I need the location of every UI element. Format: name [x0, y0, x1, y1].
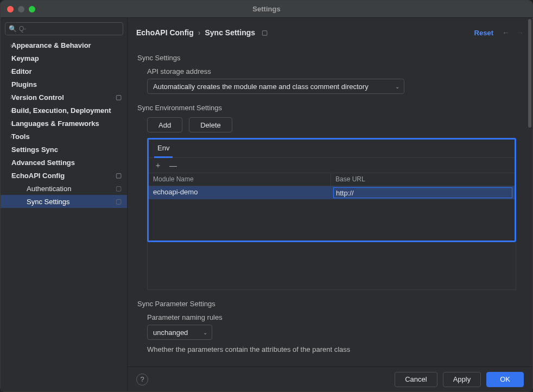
search-input[interactable]: 🔍 Q- [5, 22, 123, 35]
select-value: Automatically creates the module name an… [153, 83, 369, 91]
nav-appearance[interactable]: ›Appearance & Behavior [1, 39, 127, 52]
cell-module-name[interactable]: echoapi-demo [149, 186, 331, 199]
nav-label: Authentication [27, 185, 71, 193]
label-parent-class: Whether the parameters contain the attri… [147, 345, 523, 353]
base-url-input[interactable]: http:// [333, 187, 512, 198]
close-window-button[interactable] [7, 6, 14, 12]
breadcrumb-separator: › [198, 28, 201, 37]
nav-build[interactable]: ›Build, Execution, Deployment [1, 104, 127, 117]
help-button[interactable]: ? [136, 374, 148, 385]
nav-editor[interactable]: ›Editor [1, 65, 127, 78]
nav-label: Plugins [11, 80, 37, 88]
col-module-name: Module Name [149, 173, 331, 186]
traffic-lights [7, 6, 35, 12]
nav-label: Version Control [11, 93, 64, 102]
footer: ? Cancel Apply OK [128, 366, 532, 391]
nav-advanced[interactable]: Advanced Settings [1, 156, 127, 169]
minus-icon[interactable]: — [169, 161, 177, 170]
env-extra-panel [147, 242, 516, 290]
search-placeholder: Q- [19, 25, 26, 33]
chevron-right-icon: › [10, 108, 12, 113]
search-wrap: 🔍 Q- [1, 18, 127, 39]
env-table-row[interactable]: echoapi-demo http:// [149, 186, 515, 199]
add-button[interactable]: Add [147, 117, 182, 132]
titlebar: Settings [1, 1, 532, 18]
ok-button[interactable]: OK [486, 372, 524, 387]
maximize-window-button[interactable] [29, 6, 35, 12]
select-value: unchanged [153, 328, 188, 337]
nav-vcs[interactable]: ›Version Control▢ [1, 91, 127, 104]
env-panel: Env ＋ — Module Name Base URL echoapi-dem… [147, 138, 516, 242]
project-scope-icon: ▢ [116, 172, 122, 179]
chevron-down-icon: ⌄ [203, 330, 207, 336]
chevron-down-icon: ⌄ [395, 84, 399, 90]
nav-label: Languages & Frameworks [11, 119, 99, 128]
apply-button[interactable]: Apply [443, 372, 481, 387]
nav-label: Keymap [11, 54, 39, 62]
section-sync-param: Sync Parameter Settings [137, 300, 523, 308]
chevron-down-icon: ⌄ [10, 173, 15, 179]
nav-tools[interactable]: ›Tools [1, 130, 127, 143]
nav-label: EchoAPI Config [11, 172, 65, 180]
api-storage-select[interactable]: Automatically creates the module name an… [147, 79, 404, 94]
env-toolbar: ＋ — [149, 158, 515, 173]
chevron-right-icon: › [10, 134, 12, 140]
chevron-right-icon: › [10, 42, 12, 48]
window-title: Settings [252, 5, 280, 13]
chevron-right-icon: › [10, 94, 12, 100]
forward-arrow-icon[interactable]: → [516, 28, 524, 37]
main-panel: EchoAPI Config › Sync Settings ▢ Reset ←… [128, 18, 532, 391]
section-sync-settings: Sync Settings [137, 54, 523, 62]
col-base-url: Base URL [331, 173, 515, 186]
label-api-storage: API storage address [147, 67, 523, 75]
nav-settings-sync[interactable]: Settings Sync [1, 143, 127, 156]
nav-echoapi-auth[interactable]: Authentication▢ [1, 182, 127, 195]
cell-base-url[interactable]: http:// [331, 186, 515, 199]
sidebar: 🔍 Q- ›Appearance & Behavior Keymap ›Edit… [1, 18, 128, 391]
label-naming-rules: Parameter naming rules [147, 313, 523, 321]
reset-link[interactable]: Reset [474, 29, 493, 37]
chevron-right-icon: › [10, 68, 12, 74]
chevron-right-icon: › [10, 121, 12, 127]
nav-label: Settings Sync [11, 146, 58, 154]
nav-label: Build, Execution, Deployment [11, 106, 111, 115]
history-arrows: ← → [502, 28, 524, 37]
nav-keymap[interactable]: Keymap [1, 52, 127, 65]
nav-lang[interactable]: ›Languages & Frameworks [1, 117, 127, 130]
env-tab[interactable]: Env [154, 140, 173, 158]
scrollbar[interactable] [528, 19, 531, 128]
nav-tree: ›Appearance & Behavior Keymap ›Editor Pl… [1, 39, 127, 391]
breadcrumb: EchoAPI Config › Sync Settings ▢ [136, 28, 474, 37]
search-icon: 🔍 [9, 25, 17, 33]
nav-label: Appearance & Behavior [11, 41, 91, 49]
breadcrumb-part: Sync Settings [205, 28, 255, 37]
nav-label: Editor [11, 67, 32, 75]
back-arrow-icon[interactable]: ← [502, 28, 510, 37]
project-scope-icon: ▢ [116, 198, 122, 205]
nav-label: Sync Settings [27, 198, 70, 206]
nav-label: Advanced Settings [11, 159, 75, 167]
content-scroll: Sync Settings API storage address Automa… [128, 43, 532, 366]
nav-label: Tools [11, 132, 30, 141]
project-scope-icon: ▢ [116, 93, 122, 101]
section-sync-env: Sync Environment Settings [137, 104, 523, 112]
settings-window: Settings 🔍 Q- ›Appearance & Behavior Key… [0, 0, 533, 392]
naming-rules-select[interactable]: unchanged ⌄ [147, 325, 212, 340]
env-tabs: Env [149, 140, 515, 158]
nav-plugins[interactable]: Plugins [1, 78, 127, 91]
minimize-window-button[interactable] [18, 6, 24, 12]
nav-echoapi[interactable]: ⌄EchoAPI Config▢ [1, 169, 127, 182]
env-buttons: Add Delete [147, 117, 523, 132]
main-header: EchoAPI Config › Sync Settings ▢ Reset ←… [128, 22, 532, 43]
breadcrumb-part[interactable]: EchoAPI Config [136, 28, 194, 37]
env-table-header: Module Name Base URL [149, 173, 515, 186]
project-scope-icon: ▢ [116, 185, 122, 192]
plus-icon[interactable]: ＋ [154, 161, 162, 170]
cancel-button[interactable]: Cancel [395, 372, 437, 387]
nav-echoapi-sync[interactable]: Sync Settings▢ [1, 195, 127, 208]
popout-icon[interactable]: ▢ [262, 29, 268, 36]
body: 🔍 Q- ›Appearance & Behavior Keymap ›Edit… [1, 18, 532, 391]
delete-button[interactable]: Delete [189, 117, 232, 132]
